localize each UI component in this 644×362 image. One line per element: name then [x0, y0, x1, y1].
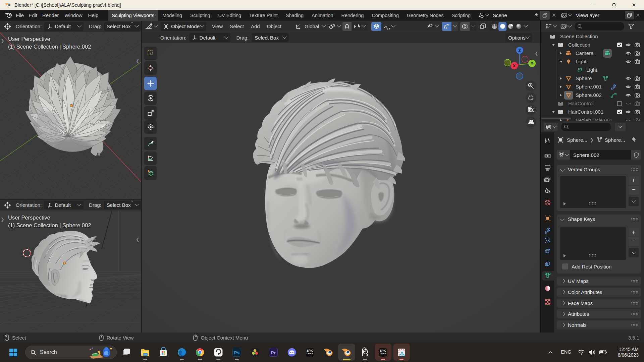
svg-text:GAMES: GAMES [307, 353, 314, 355]
svg-text:GAMES: GAMES [380, 353, 387, 355]
svg-text:EPIC: EPIC [380, 349, 386, 352]
svg-text:X: X [513, 64, 516, 68]
svg-text:EPIC: EPIC [307, 349, 313, 352]
svg-text:Ps: Ps [234, 350, 240, 355]
svg-text:Pr: Pr [271, 350, 276, 355]
svg-text:Y: Y [531, 61, 533, 66]
svg-text:Z: Z [518, 48, 521, 53]
